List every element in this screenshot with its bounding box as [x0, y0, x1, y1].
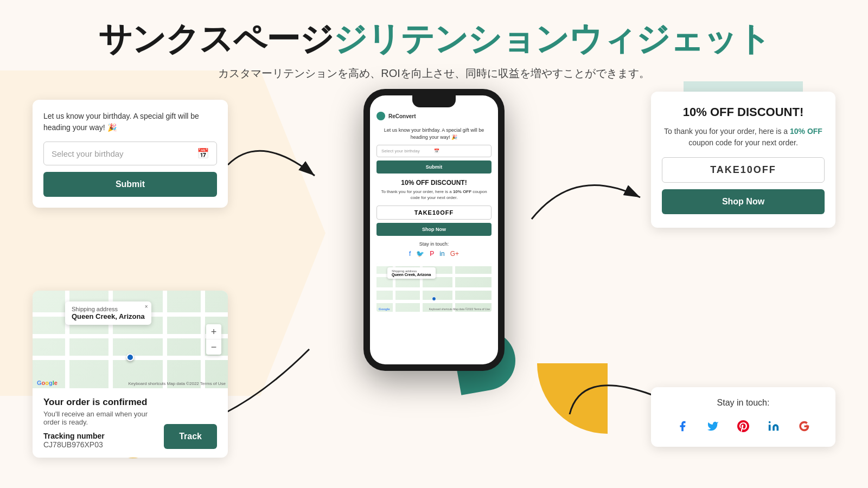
- page-header: サンクスページジリテンションウィジェット カスタマーリテンションを高め、ROIを…: [0, 0, 868, 89]
- discount-description: To thank you for your order, here is a 1…: [662, 126, 825, 149]
- phone-screen: ReConvert Let us know your birthday. A s…: [370, 95, 498, 364]
- phone-birthday-placeholder: Select your birthday: [381, 149, 434, 153]
- phone-coupon: TAKE10OFF: [376, 206, 492, 220]
- svg-point-0: [769, 421, 771, 423]
- phone-map-pin: [432, 297, 436, 301]
- phone-birthday-note: Let us know your birthday. A special gif…: [376, 127, 492, 140]
- phone-mockup: ReConvert Let us know your birthday. A s…: [363, 89, 505, 371]
- page-title: サンクスページジリテンションウィジェット: [0, 16, 868, 62]
- google-plus-icon[interactable]: [794, 416, 814, 436]
- order-email-note: You'll receive an email when your order …: [43, 410, 164, 426]
- brand-dot: [376, 112, 385, 120]
- brand-name: ReConvert: [388, 113, 416, 119]
- order-status: Your order is confirmed: [43, 397, 164, 408]
- google-logo: Google: [37, 380, 58, 386]
- phone-notch: [412, 95, 456, 107]
- phone-discount-title: 10% OFF DISCOUNT!: [376, 179, 492, 187]
- phone-google-icon[interactable]: G+: [450, 250, 459, 258]
- tracking-number-label: Tracking number: [43, 432, 164, 440]
- facebook-icon[interactable]: [673, 416, 692, 436]
- linkedin-icon[interactable]: [764, 416, 783, 436]
- phone-twitter-icon[interactable]: 🐦: [416, 250, 424, 258]
- phone-map-label-location: Queen Creek, Arizona: [392, 273, 431, 277]
- phone-road-v: [452, 263, 455, 312]
- phone-facebook-icon[interactable]: f: [409, 250, 411, 258]
- phone-shop-btn[interactable]: Shop Now: [376, 223, 492, 236]
- birthday-input-placeholder: Select your birthday: [52, 149, 197, 158]
- map-pin: [126, 354, 134, 361]
- main-content: Let us know your birthday. A special gif…: [0, 89, 868, 468]
- map-zoom-in[interactable]: +: [206, 324, 221, 339]
- phone-discount-desc: To thank you for your order, here is a 1…: [376, 189, 492, 201]
- phone-frame: ReConvert Let us know your birthday. A s…: [363, 89, 505, 371]
- page-subtitle: カスタマーリテンションを高め、ROIを向上させ、同時に収益を増やすことができます…: [0, 66, 868, 81]
- phone-calendar-icon: 📅: [434, 149, 487, 153]
- submit-button[interactable]: Submit: [43, 172, 217, 197]
- map-road: [201, 291, 205, 388]
- phone-pinterest-icon[interactable]: P: [430, 250, 434, 258]
- track-button[interactable]: Track: [164, 424, 217, 449]
- phone-map: Shipping address Queen Creek, Arizona Go…: [376, 263, 492, 312]
- phone-google-logo: Google: [379, 307, 390, 311]
- arrow-birthday-to-phone: [217, 121, 347, 230]
- birthday-input-container[interactable]: Select your birthday 📅: [43, 142, 217, 165]
- social-title: Stay in touch:: [665, 398, 822, 408]
- phone-content: ReConvert Let us know your birthday. A s…: [370, 95, 498, 364]
- twitter-icon[interactable]: [703, 416, 723, 436]
- calendar-icon: 📅: [197, 147, 209, 159]
- coupon-code: TAKE10OFF: [662, 157, 825, 183]
- map-road: [163, 291, 167, 388]
- map-zoom-out[interactable]: −: [206, 339, 221, 355]
- tracking-widget: × Shipping address Queen Creek, Arizona …: [33, 291, 228, 458]
- social-widget: Stay in touch:: [651, 387, 835, 447]
- map-label-shipping: Shipping address: [72, 306, 145, 312]
- close-icon[interactable]: ×: [145, 304, 148, 310]
- phone-map-popup: Shipping address Queen Creek, Arizona: [387, 267, 436, 279]
- arrow-phone-to-discount: [510, 154, 662, 262]
- discount-title: 10% OFF DISCOUNT!: [662, 105, 825, 119]
- shop-now-button[interactable]: Shop Now: [662, 189, 825, 214]
- phone-birthday-input[interactable]: Select your birthday 📅: [376, 145, 492, 157]
- tracking-details: Your order is confirmed You'll receive a…: [43, 397, 164, 449]
- map-credits: Keyboard shortcuts Map data ©2022 Terms …: [128, 381, 226, 386]
- phone-social-icons: f 🐦 P in G+: [376, 250, 492, 258]
- social-icons-row: [665, 416, 822, 436]
- phone-brand: ReConvert: [376, 112, 492, 120]
- discount-widget: 10% OFF DISCOUNT! To thank you for your …: [651, 92, 835, 228]
- phone-submit-btn[interactable]: Submit: [376, 160, 492, 174]
- phone-map-credits: Keyboard shortcuts Map data ©2022 Terms …: [429, 307, 490, 311]
- map-area: × Shipping address Queen Creek, Arizona …: [33, 291, 228, 388]
- tracking-number-value: CJ78UB976XP03: [43, 440, 164, 449]
- phone-linkedin-icon[interactable]: in: [439, 250, 444, 258]
- map-popup: × Shipping address Queen Creek, Arizona: [65, 301, 151, 325]
- phone-social-title: Stay in touch:: [376, 241, 492, 247]
- map-background: × Shipping address Queen Creek, Arizona …: [33, 291, 228, 388]
- map-road: [33, 334, 228, 338]
- birthday-note: Let us know your birthday. A special gif…: [43, 111, 217, 133]
- birthday-widget: Let us know your birthday. A special gif…: [33, 100, 228, 208]
- tracking-info: Your order is confirmed You'll receive a…: [33, 388, 228, 458]
- map-label-location: Queen Creek, Arizona: [72, 312, 145, 320]
- pinterest-icon[interactable]: [733, 416, 753, 436]
- phone-map-bg: Shipping address Queen Creek, Arizona Go…: [376, 263, 492, 312]
- map-controls: + −: [206, 324, 221, 355]
